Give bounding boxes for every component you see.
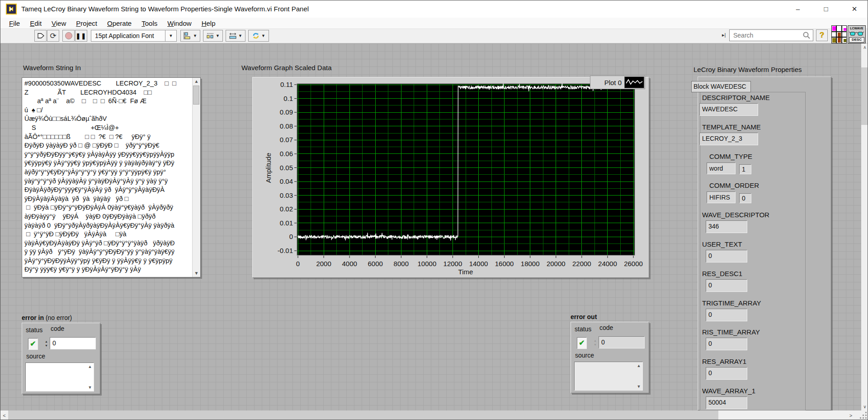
- reorder-dropdown[interactable]: ▼: [248, 30, 269, 42]
- y-tick-label: 0.05: [280, 164, 293, 172]
- waveform-string-input[interactable]: #9000050350WAVEDESC LECROY_2_3 □ □ Z ÃT …: [22, 77, 201, 277]
- align-objects-icon: [184, 32, 192, 40]
- menu-file[interactable]: File: [4, 19, 25, 27]
- vertical-scroll-thumb[interactable]: [861, 67, 868, 125]
- font-selector[interactable]: 15pt Application Font ▼: [91, 30, 177, 42]
- field-value-template_name[interactable]: LECROY_2_3: [699, 133, 758, 145]
- x-tick-label: 12000: [443, 260, 462, 267]
- code-label: code: [51, 325, 64, 332]
- y-tick-label: 0: [289, 233, 293, 240]
- run-continuous-icon: ⟳: [50, 31, 56, 41]
- string-in-label: Waveform String In: [23, 64, 81, 72]
- minimize-button[interactable]: –: [784, 0, 812, 18]
- y-tick-label: 0.07: [280, 136, 293, 143]
- field-label-user_text: USER_TEXT: [702, 240, 742, 248]
- menu-tools[interactable]: Tools: [137, 19, 162, 27]
- error-out-label: error out: [571, 313, 597, 320]
- x-tick-label: 26000: [624, 260, 643, 267]
- run-continuous-button[interactable]: ⟳: [47, 30, 59, 42]
- font-selector-dropdown[interactable]: ▼: [165, 30, 176, 41]
- menu-project[interactable]: Project: [71, 19, 102, 27]
- field-value-wave_array_1[interactable]: 50004: [706, 396, 747, 409]
- field-label-wave_array_1: WAVE_ARRAY_1: [702, 387, 755, 395]
- status-boolean: ✔: [577, 337, 587, 349]
- plot-legend[interactable]: Plot 0: [590, 76, 645, 89]
- resize-objects-icon: [229, 32, 237, 40]
- y-tick-label: 0.11: [280, 81, 293, 88]
- maximize-button[interactable]: □: [812, 0, 840, 18]
- field-value-trigtime_array[interactable]: 0: [706, 309, 747, 321]
- waveform-graph[interactable]: 0.110.10.090.080.070.060.050.040.030.020…: [252, 77, 649, 278]
- scroll-down-icon[interactable]: ∨: [861, 403, 868, 410]
- y-tick-label: 0.06: [280, 150, 293, 158]
- search-icon: [802, 31, 811, 39]
- field-value2-comm_type[interactable]: 1: [739, 164, 751, 174]
- scroll-down-icon[interactable]: ▼: [87, 384, 93, 391]
- align-objects-dropdown[interactable]: ▼: [180, 30, 200, 42]
- scroll-thumb[interactable]: [193, 86, 199, 105]
- close-button[interactable]: ✕: [840, 0, 868, 18]
- menu-edit[interactable]: Edit: [25, 19, 47, 27]
- field-value-ris_time_array[interactable]: 0: [706, 338, 747, 350]
- scroll-up-icon[interactable]: ∧: [861, 43, 868, 51]
- error-in-cluster: status code ✔ ▲▼ 0 source ▲ ▼: [22, 323, 100, 394]
- context-help-button[interactable]: ?: [816, 29, 828, 41]
- menu-operate[interactable]: Operate: [102, 19, 137, 27]
- search-input[interactable]: Search: [729, 29, 813, 41]
- plot-legend-sample-icon: [624, 76, 644, 88]
- resize-objects-dropdown[interactable]: ▼: [226, 30, 245, 42]
- window-title: Tameq LeCroy Binary Waveform String to W…: [21, 5, 309, 13]
- field-value2-comm_order[interactable]: 0: [739, 193, 751, 203]
- menu-help[interactable]: Help: [197, 19, 221, 27]
- source-field[interactable]: ▲ ▼: [25, 363, 94, 391]
- field-value-res_desc1[interactable]: 0: [706, 279, 747, 292]
- x-tick-label: 4000: [342, 260, 357, 267]
- scroll-up-icon[interactable]: ▲: [193, 78, 200, 85]
- abort-icon: [65, 32, 72, 39]
- pause-icon: ❚❚: [76, 33, 87, 39]
- distribute-objects-dropdown[interactable]: ▼: [203, 30, 223, 42]
- field-label-ris_time_array: RIS_TIME_ARRAY: [702, 328, 760, 336]
- scroll-right-icon[interactable]: >: [847, 410, 855, 420]
- horizontal-scroll-thumb[interactable]: [8, 410, 718, 420]
- scroll-down-icon[interactable]: ▼: [636, 383, 642, 390]
- scroll-down-icon[interactable]: ▼: [193, 270, 200, 277]
- search-collapse-toggle[interactable]: ▸|: [722, 32, 726, 38]
- menu-view[interactable]: View: [47, 19, 71, 27]
- field-value-comm_type[interactable]: word: [707, 162, 736, 174]
- title-bar: Tameq LeCroy Binary Waveform String to W…: [0, 0, 868, 18]
- scroll-up-icon[interactable]: ▲: [87, 363, 93, 370]
- field-value-res_array1[interactable]: 0: [706, 367, 747, 380]
- code-field[interactable]: 0: [50, 337, 96, 349]
- reorder-icon: [252, 32, 260, 40]
- field-label-comm_type: COMM_TYPE: [709, 153, 752, 160]
- field-label-trigtime_array: TRIGTIME_ARRAY: [702, 299, 761, 307]
- run-button[interactable]: [34, 30, 47, 42]
- x-tick-label: 2000: [316, 260, 331, 267]
- string-scrollbar[interactable]: ▲ ▼: [192, 78, 200, 277]
- search-placeholder: Search: [730, 32, 802, 39]
- x-tick-label: 22000: [572, 260, 591, 267]
- vi-icon[interactable]: LCWAVE DESC: [848, 25, 866, 43]
- y-tick-label: 0.08: [280, 122, 293, 130]
- y-axis-title: Amplitude: [264, 153, 272, 183]
- field-value-comm_order[interactable]: HIFIRS: [707, 191, 736, 203]
- code-spinner[interactable]: ▲▼: [44, 337, 49, 349]
- glasses-icon: [849, 30, 865, 37]
- scroll-up-icon[interactable]: ▲: [636, 363, 642, 369]
- field-value-wave_descriptor[interactable]: 346: [706, 220, 747, 233]
- menu-window[interactable]: Window: [162, 19, 196, 27]
- field-label-res_array1: RES_ARRAY1: [702, 358, 746, 365]
- field-value-user_text[interactable]: 0: [706, 250, 747, 262]
- connector-pane-icon[interactable]: [831, 25, 847, 43]
- block-selector[interactable]: Block WAVEDESC: [691, 81, 751, 92]
- status-boolean[interactable]: ✔: [28, 338, 38, 350]
- source-field: ▲ ▼: [574, 362, 643, 391]
- labview-app-icon: [6, 4, 17, 14]
- abort-button[interactable]: [62, 30, 75, 42]
- field-value-descriptor_name[interactable]: WAVEDESC: [699, 103, 758, 116]
- scroll-left-icon[interactable]: <: [0, 410, 8, 420]
- vi-icon-text-top: LCWAVE: [848, 26, 865, 30]
- pause-button[interactable]: ❚❚: [75, 30, 87, 42]
- resize-grip[interactable]: [857, 410, 867, 419]
